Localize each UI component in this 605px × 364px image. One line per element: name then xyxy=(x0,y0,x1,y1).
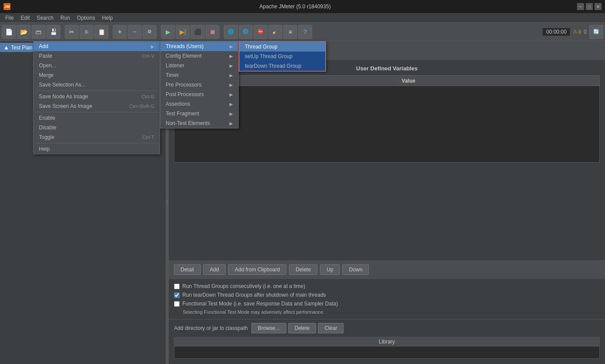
open-button[interactable]: 📂 xyxy=(17,25,31,39)
add-button[interactable]: + xyxy=(113,25,127,39)
save-template-button[interactable]: 🗃 xyxy=(31,25,45,39)
save-button[interactable]: 💾 xyxy=(46,25,60,39)
library-header: Library xyxy=(174,337,599,347)
remote-exit-button[interactable]: ⛔ xyxy=(254,25,268,39)
options-area: Run Thread Groups consecutively (i.e. on… xyxy=(169,278,605,319)
start-button[interactable]: ▶ xyxy=(161,25,175,39)
ctx-setup-thread-group[interactable]: setUp Thread Group xyxy=(240,52,325,61)
clear-button[interactable]: Clear xyxy=(318,323,344,333)
ctx-config-element[interactable]: Config Element ▶ xyxy=(160,51,238,61)
checkbox-teardown: Run tearDown Thread Groups after shutdow… xyxy=(174,292,600,298)
menu-file[interactable]: File xyxy=(2,14,17,22)
new-button[interactable]: 📄 xyxy=(2,25,16,39)
delete-classpath-button[interactable]: Delete xyxy=(288,323,316,333)
ctx-sep1 xyxy=(35,90,158,91)
maximize-button[interactable]: □ xyxy=(586,3,593,10)
ctx-listener[interactable]: Listener ▶ xyxy=(160,61,238,70)
detail-button[interactable]: Detail xyxy=(174,264,201,275)
teardown-checkbox[interactable] xyxy=(174,292,180,298)
teardown-label: Run tearDown Thread Groups after shutdow… xyxy=(182,292,326,298)
remote-button[interactable]: 🔄 xyxy=(589,25,603,39)
menu-help[interactable]: Help xyxy=(98,14,116,22)
toolbar: 📄 📂 🗃 💾 ✂ ⎘ 📋 + − ⚙ ▶ ▶| ⬛ ⏹ 🌐 🌐 ⛔ 🧹 ≡ ?… xyxy=(0,23,605,41)
ctx-sep2 xyxy=(35,112,158,112)
consecutive-checkbox[interactable] xyxy=(174,284,180,289)
menu-options[interactable]: Options xyxy=(73,14,98,22)
ctx-non-test[interactable]: Non-Test Elements ▶ xyxy=(160,118,238,128)
warning-icon: ⚠ xyxy=(573,29,577,35)
main-area: ▲ Test Plan Add ▶ Paste Ctrl-V Open... M… xyxy=(0,41,605,364)
classpath-label: Add directory or jar to classpath xyxy=(174,325,248,331)
ctx-thread-group[interactable]: Thread Group xyxy=(240,42,325,52)
timer-display: 00:00:00 xyxy=(542,28,570,36)
start-no-pause-button[interactable]: ▶| xyxy=(176,25,190,39)
classpath-row: Add directory or jar to classpath Browse… xyxy=(169,319,605,337)
menu-bar: File Edit Search Run Options Help xyxy=(0,13,605,23)
ctx-paste[interactable]: Paste Ctrl-V xyxy=(34,51,160,61)
paste-button[interactable]: 📋 xyxy=(94,25,108,39)
ctx-sep3 xyxy=(35,143,158,143)
ctx-save-screen-image[interactable]: Save Screen As Image Ctrl+Shift-G xyxy=(34,101,160,111)
context-menu-l2[interactable]: Threads (Users) ▶ Config Element ▶ Liste… xyxy=(160,41,239,128)
tree-item-label: Test Plan xyxy=(11,45,32,51)
ctx-disable[interactable]: Disable xyxy=(34,123,160,132)
functional-label: Functional Test Mode (i.e. save Response… xyxy=(182,301,338,307)
app-icon: JM xyxy=(3,3,10,10)
warning-badge: ⚠ 0 xyxy=(573,29,581,35)
down-button[interactable]: Down xyxy=(342,264,369,275)
menu-run[interactable]: Run xyxy=(57,14,73,22)
ctx-timer[interactable]: Timer ▶ xyxy=(160,70,238,80)
remote-stop-button[interactable]: 🌐 xyxy=(239,25,253,39)
add-row-button[interactable]: Add xyxy=(203,264,226,275)
toolbar-right: 00:00:00 ⚠ 0 0 🔄 xyxy=(542,25,603,39)
title-bar: JM Apache JMeter (5.0 r1840935) ─ □ ✕ xyxy=(0,0,605,13)
ctx-save-node-image[interactable]: Save Node As Image Ctrl-G xyxy=(34,92,160,101)
window-controls: ─ □ ✕ xyxy=(577,3,602,10)
remote-start-button[interactable]: 🌐 xyxy=(224,25,238,39)
menu-edit[interactable]: Edit xyxy=(17,14,33,22)
sidebar: ▲ Test Plan Add ▶ Paste Ctrl-V Open... M… xyxy=(0,41,166,364)
remove-button[interactable]: − xyxy=(128,25,142,39)
ctx-help[interactable]: Help xyxy=(34,144,160,154)
checkbox-consecutive: Run Thread Groups consecutively (i.e. on… xyxy=(174,283,600,289)
library-area: Library xyxy=(174,337,600,359)
ctx-assertions[interactable]: Assertions ▶ xyxy=(160,99,238,109)
ctx-merge[interactable]: Merge xyxy=(34,70,160,80)
minimize-button[interactable]: ─ xyxy=(577,3,584,10)
window-title: Apache JMeter (5.0 r1840935) xyxy=(13,3,577,10)
ctx-threads[interactable]: Threads (Users) ▶ xyxy=(160,42,238,51)
table-buttons: Detail Add Add from Clipboard Delete Up … xyxy=(169,260,605,278)
shutdown-button[interactable]: ⏹ xyxy=(205,25,219,39)
help-button[interactable]: ? xyxy=(298,25,312,39)
add-clipboard-button[interactable]: Add from Clipboard xyxy=(228,264,286,275)
ctx-test-fragment[interactable]: Test Fragment ▶ xyxy=(160,109,238,118)
menu-search[interactable]: Search xyxy=(33,14,57,22)
browse-button[interactable]: Browse... xyxy=(251,323,286,333)
ctx-save-selection[interactable]: Save Selection As... xyxy=(34,80,160,90)
ctx-pre-processors[interactable]: Pre Processors ▶ xyxy=(160,80,238,90)
cut-button[interactable]: ✂ xyxy=(65,25,79,39)
ctx-toggle[interactable]: Toggle Ctrl-T xyxy=(34,132,160,142)
delete-row-button[interactable]: Delete xyxy=(289,264,317,275)
context-menu-l1[interactable]: Add ▶ Paste Ctrl-V Open... Merge Save Se… xyxy=(33,41,160,154)
toggle-button[interactable]: ⚙ xyxy=(143,25,156,39)
ctx-teardown-thread-group[interactable]: tearDown Thread Group xyxy=(240,61,325,71)
ctx-add[interactable]: Add ▶ xyxy=(34,42,160,51)
functional-checkbox[interactable] xyxy=(174,301,180,307)
context-menu-l3[interactable]: Thread Group setUp Thread Group tearDown… xyxy=(239,41,326,72)
error-count: 0 xyxy=(584,29,587,35)
test-plan-icon: ▲ xyxy=(3,44,9,51)
classpath-buttons: Browse... Delete Clear xyxy=(251,323,344,333)
consecutive-label: Run Thread Groups consecutively (i.e. on… xyxy=(182,283,305,289)
up-button[interactable]: Up xyxy=(320,264,340,275)
stop-button[interactable]: ⬛ xyxy=(191,25,205,39)
functional-note: Selecting Functional Test Mode may adver… xyxy=(183,309,600,315)
copy-button[interactable]: ⎘ xyxy=(80,25,94,39)
function-helper-button[interactable]: ≡ xyxy=(283,25,297,39)
ctx-post-processors[interactable]: Post Processors ▶ xyxy=(160,90,238,99)
close-button[interactable]: ✕ xyxy=(595,3,602,10)
clear-button[interactable]: 🧹 xyxy=(268,25,282,39)
ctx-open[interactable]: Open... xyxy=(34,61,160,70)
warning-count: 0 xyxy=(578,29,581,35)
ctx-enable[interactable]: Enable xyxy=(34,113,160,123)
